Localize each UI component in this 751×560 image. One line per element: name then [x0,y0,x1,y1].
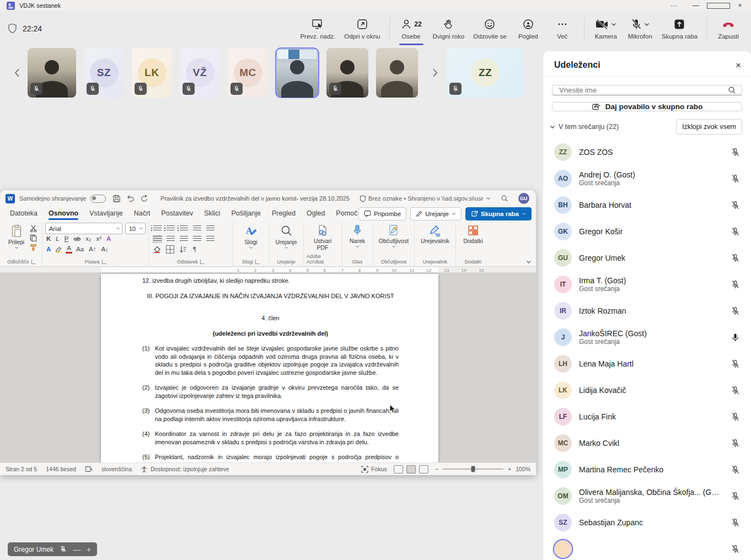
participant-mic-icon[interactable] [731,465,740,475]
collapse-ribbon-button[interactable] [526,260,532,264]
clear-formatting-button[interactable]: A [105,236,112,243]
dialog-launcher-icon[interactable] [255,260,260,264]
dialog-launcher-icon[interactable] [31,260,36,264]
show-paragraph-marks-button[interactable]: ¶ [192,246,197,253]
comments-button[interactable]: Pripombe [358,207,406,220]
video-tile[interactable] [326,48,368,98]
pill-plus-button[interactable]: + [87,545,91,554]
window-maximize-button[interactable] [707,0,729,11]
participant-row[interactable]: LK Lidija Kovačič [543,377,751,403]
print-layout-button[interactable] [406,465,416,473]
participant-row[interactable]: SZ Sebastijan Zupanc [543,509,751,536]
react-button[interactable]: Odzovite se [469,14,511,43]
participant-mic-icon[interactable] [731,227,740,236]
pill-minus-button[interactable]: — [73,545,81,554]
participant-row[interactable]: LH Lena Maja Hartl [543,351,751,377]
dialog-launcher-icon[interactable] [102,260,106,264]
decrease-indent-button[interactable] [193,225,201,232]
participant-mic-icon[interactable] [731,412,740,422]
window-close-button[interactable]: × [729,0,751,11]
ribbon-tab[interactable]: Pošiljanje [226,208,266,219]
font-size-select[interactable]: 10 [125,223,146,234]
save-status[interactable]: Brez oznake • Shranjeno v \\ad.sigov.si\… [360,195,490,202]
people-button[interactable]: 22 Osebe [394,14,428,43]
word-minimize-button[interactable]: — [534,190,536,207]
superscript-button[interactable]: x² [95,236,103,243]
filmstrip-next-button[interactable] [430,64,440,81]
view-button[interactable]: Pogled [511,14,545,43]
ribbon-tab[interactable]: Postavitev [156,208,199,219]
participant-mic-icon[interactable] [731,518,740,527]
more-button[interactable]: Več [545,14,580,43]
cut-icon[interactable] [30,225,37,232]
participant-row[interactable]: AO Andrej O. (Gost) Gost srečanja [543,165,751,192]
zoom-in-button[interactable]: + [508,466,511,472]
word-search-button[interactable] [495,195,514,202]
editor-button[interactable]: Urejevalnik [419,223,452,245]
participant-search[interactable] [552,85,742,95]
editing-button[interactable]: Urejanje [273,223,299,250]
word-count[interactable]: 1446 besed [46,466,76,472]
align-right-button[interactable] [180,236,188,243]
participant-mic-icon[interactable] [731,386,740,395]
ribbon-tab[interactable]: Osnovno [43,208,84,219]
ribbon-tab[interactable]: Ogled [301,208,330,219]
participant-mic-icon[interactable] [731,359,740,369]
account-avatar[interactable]: GU [518,193,529,204]
share-invite-button[interactable]: Daj povabilo v skupno rabo [552,102,742,111]
participant-row[interactable]: IR Iztok Rozman [543,298,751,324]
take-control-button[interactable]: Prevz. nadz. [296,14,340,43]
video-tile-large[interactable]: ZZ [447,48,524,98]
format-painter-icon[interactable] [30,244,37,251]
ribbon-tab[interactable]: Načrt [128,208,156,219]
participant-row[interactable]: OM Olivera Malijanska, Občina Škofja... … [543,483,751,509]
document-page[interactable]: 12. izvedba drugih izboljšav, ki sledijo… [101,274,438,463]
grow-font-button[interactable]: A↑ [88,246,97,253]
strikethrough-button[interactable]: ab [72,236,82,243]
participant-mic-icon[interactable] [731,201,740,210]
participant-row[interactable]: BH Barbara Horvat [543,192,751,218]
participant-row[interactable]: GK Gregor Košir [543,218,751,245]
panel-close-button[interactable]: × [736,61,741,70]
font-color-button[interactable]: A [66,245,72,254]
section-chevron-icon[interactable] [550,125,555,129]
highlight-button[interactable] [55,246,63,253]
copy-icon[interactable] [30,234,37,241]
align-left-button[interactable] [153,236,162,243]
addins-button[interactable]: Dodatki [461,223,485,245]
autosave-toggle[interactable] [90,195,106,203]
raise-hand-button[interactable]: Dvigni roko [428,14,469,43]
video-tile[interactable]: LK [132,48,172,98]
participant-mic-icon[interactable] [731,439,740,448]
video-tile[interactable] [28,48,76,98]
word-share-button[interactable]: Skupna raba [465,207,532,220]
video-tile[interactable]: VŽ [180,48,220,98]
zoom-level[interactable]: 100% [516,466,530,472]
page-indicator[interactable]: Stran 2 od 5 [6,466,37,472]
window-minimize-button[interactable]: — [685,0,707,11]
sort-button[interactable] [179,246,187,253]
sensitivity-button[interactable]: Občutljivost [377,223,411,249]
read-mode-button[interactable] [394,465,403,473]
focus-mode-button[interactable]: Fokus [361,466,387,473]
participant-mic-icon[interactable] [731,174,740,184]
document-canvas[interactable]: 12. izvedba drugih izboljšav, ki sledijo… [0,272,536,463]
share-button[interactable]: Skupna raba [657,14,702,43]
increase-indent-button[interactable] [206,225,214,232]
styles-button[interactable]: A Slogi [242,223,260,250]
change-case-button[interactable]: Aa [75,246,85,253]
web-layout-button[interactable] [419,465,428,473]
participant-row[interactable]: MC Marko Cvikl [543,430,751,456]
leave-button[interactable]: Zapusti [711,14,745,43]
shading-button[interactable] [153,246,161,253]
numbered-list-button[interactable] [167,225,175,232]
video-tile[interactable] [376,48,418,98]
participant-mic-icon[interactable] [731,333,740,342]
participant-mic-icon[interactable] [731,306,740,316]
participant-mic-icon[interactable] [731,280,740,289]
filmstrip-prev-button[interactable] [12,64,22,81]
participant-mic-icon[interactable] [731,492,740,501]
participant-row[interactable] [543,536,751,560]
dictate-button[interactable]: Narek [347,223,367,249]
text-effects-button[interactable]: A [45,246,52,253]
